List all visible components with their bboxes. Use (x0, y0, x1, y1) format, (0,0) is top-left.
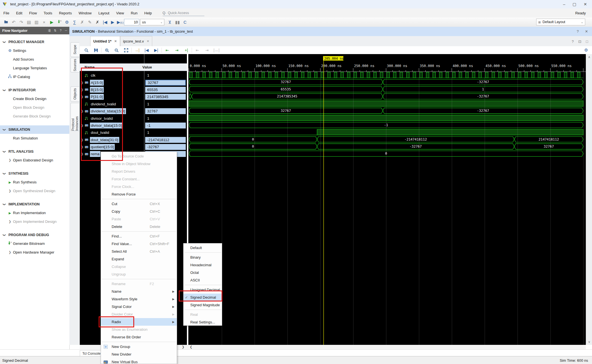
help-icon[interactable]: ? (60, 29, 61, 32)
flownav-item-generate-block-design[interactable]: Generate Block Design (0, 112, 69, 121)
flownav-item-open-elaborated-design[interactable]: ❯Open Elaborated Design (0, 156, 69, 165)
vertical-scrollbar[interactable]: ∧ ∨ (586, 54, 592, 345)
signal-value-dout-tvalid[interactable]: 1 (144, 129, 187, 136)
marker-span-icon[interactable]: |↔| (212, 48, 221, 52)
signal-value-a-15-0[interactable]: 32767 (144, 79, 187, 86)
menu-item-new-group[interactable]: New Group (101, 343, 177, 350)
run-time-input[interactable] (124, 19, 139, 25)
flownav-item-open-hardware-manager[interactable]: ❯Open Hardware Manager (0, 248, 69, 257)
flownav-section-rtl-analysis[interactable]: ❯RTL ANALYSIS (0, 147, 69, 156)
undo-icon[interactable]: ↶ (10, 20, 17, 25)
expand-window-icon[interactable]: □ (586, 39, 588, 44)
close-button[interactable]: ✕ (584, 2, 587, 6)
radix-item-hexadecimal[interactable]: Hexadecimal (184, 261, 222, 269)
relaunch-icon[interactable]: C (181, 20, 189, 25)
swap-right-icon[interactable]: ⇥ (202, 48, 212, 52)
run-for-icon[interactable]: ▶₍ₜ₎ (116, 20, 124, 25)
radix-item-octal[interactable]: Octal (184, 269, 222, 276)
menu-window[interactable]: Window (75, 11, 95, 15)
menu-item-waveform-style[interactable]: Waveform Style▶ (101, 295, 177, 303)
expand-all-icon[interactable]: ⇅ (54, 29, 56, 32)
run-all-icon[interactable]: ▶ (109, 20, 116, 25)
step-icon[interactable]: ⊻ (166, 20, 174, 25)
add-marker-icon[interactable]: +| (182, 48, 191, 52)
close-icon[interactable]: ✕ (147, 39, 149, 43)
next-transition-icon[interactable]: ⇥ (172, 48, 182, 52)
menu-view[interactable]: View (113, 11, 127, 15)
waveform-canvas[interactable]: 32767-327676553512147385345-3276732767-3… (188, 54, 586, 345)
layout-select[interactable]: ▦ Default Layout⌄ (536, 19, 585, 25)
flownav-item-run-simulation[interactable]: Run Simulation (0, 134, 69, 143)
menu-item-find-value[interactable]: Find Value...Ctrl+Shift+F (101, 240, 177, 248)
expander-icon[interactable]: ❯ (80, 81, 84, 84)
flownav-item-language-templates[interactable]: Language Templates (0, 64, 69, 72)
flownav-item-settings[interactable]: ⚙Settings (0, 46, 69, 55)
signal-value-dividend-tdata-15-0[interactable]: 32767 (144, 108, 187, 115)
side-tab-sources[interactable]: Sources (70, 58, 79, 72)
open-project-icon[interactable] (2, 20, 10, 25)
float-window-icon[interactable]: ⊡ (578, 39, 581, 44)
scroll-down-icon[interactable]: ∨ (586, 340, 592, 344)
signal-value-divisor-tdata-15-0[interactable]: -1 (144, 122, 187, 129)
flownav-section-ip-integrator[interactable]: ❯IP INTEGRATOR (0, 86, 69, 94)
name-column-header[interactable]: Name (80, 65, 139, 69)
menu-help[interactable]: Help (141, 11, 155, 15)
swap-left-icon[interactable]: ⇤ (193, 48, 202, 52)
prev-transition-icon[interactable]: ⇤ (162, 48, 172, 52)
menu-file[interactable]: File (0, 11, 13, 15)
menu-item-reverse-bit-order[interactable]: Reverse Bit Order (101, 333, 177, 341)
signal-value-dividend-tvalid[interactable]: 1 (144, 101, 187, 108)
pause-icon[interactable]: ▮▮ (174, 20, 181, 25)
breakpoint-icon[interactable]: ✗ (78, 20, 86, 25)
flownav-section-implementation[interactable]: ❯IMPLEMENTATION (0, 200, 69, 208)
zoom-out-icon[interactable] (112, 48, 121, 52)
scroll-right-icon[interactable]: ❯ (182, 345, 184, 349)
signal-value-clk[interactable]: 1 (144, 72, 187, 79)
help-icon[interactable]: ? (572, 39, 574, 44)
scroll-up-icon[interactable]: ∧ (586, 55, 592, 59)
menu-tools[interactable]: Tools (40, 11, 56, 15)
menu-layout[interactable]: Layout (95, 11, 113, 15)
collapse-all-icon[interactable]: ⇶ (48, 29, 50, 32)
expander-icon[interactable]: ❯ (80, 95, 84, 98)
paste-icon[interactable]: ▥ (33, 20, 40, 25)
zoom-in-icon[interactable] (102, 48, 112, 52)
go-to-start-icon[interactable]: |◀ (142, 48, 151, 52)
signal-value-quotient-15-0[interactable]: -32767 (144, 143, 187, 150)
delete-icon[interactable]: × (40, 20, 48, 25)
menu-flow[interactable]: Flow (26, 11, 40, 15)
run-steps-icon[interactable]: 01 (56, 20, 63, 25)
radix-item-signed-decimal[interactable]: ✓Signed Decimal (184, 294, 222, 301)
run-icon[interactable]: ▶ (48, 20, 56, 25)
minimize-button[interactable]: – (563, 2, 565, 6)
side-tab-scope[interactable]: Scope (70, 42, 79, 57)
quick-access-search[interactable]: Q- Quick Access (163, 10, 204, 16)
tab-untitled-1[interactable]: Untitled 1*✕ (90, 36, 120, 46)
scroll-left-icon[interactable]: ❮ (190, 345, 192, 349)
signal-value-b-15-0[interactable]: 65535 (144, 86, 187, 93)
go-to-cursor-icon[interactable]: →| (132, 48, 142, 52)
signal-value-divisor-tvalid[interactable]: 1 (144, 115, 187, 122)
flownav-section-program-and-debug[interactable]: ❯PROGRAM AND DEBUG (0, 231, 69, 239)
maximize-button[interactable]: ▢ (573, 2, 576, 6)
cancel-icon[interactable]: ✗ (94, 20, 101, 25)
go-to-end-icon[interactable]: ▶| (151, 48, 161, 52)
side-tab-protocol-instances[interactable]: Protocol Instances (70, 103, 79, 131)
tab-ipcore-test[interactable]: ipcore_test.v✕ (120, 36, 153, 46)
expander-icon[interactable]: ❯ (80, 138, 84, 141)
time-unit-select[interactable]: us⌄ (140, 19, 164, 25)
zoom-fit-icon[interactable] (121, 48, 131, 52)
expander-icon[interactable]: ❯ (80, 152, 84, 156)
flownav-item-run-implementation[interactable]: ▶Run Implementation (0, 208, 69, 217)
flownav-section-project-manager[interactable]: ❯PROJECT MANAGER (0, 38, 69, 46)
close-icon[interactable]: ✕ (114, 39, 117, 43)
menu-item-select-all[interactable]: Select AllCtrl+A (101, 248, 177, 255)
menu-item-expand[interactable]: Expand (101, 255, 177, 263)
flownav-item-create-block-design[interactable]: Create Block Design (0, 94, 69, 103)
flownav-item-open-block-design[interactable]: Open Block Design (0, 103, 69, 112)
menu-reports[interactable]: Reports (56, 11, 75, 15)
minimize-panel-icon[interactable]: ─ (65, 29, 67, 32)
menu-item-copy[interactable]: CopyCtrl+C (101, 208, 177, 215)
menu-item-new-virtual-bus[interactable]: New Virtual Bus (101, 358, 177, 364)
menu-item-signal-color[interactable]: Signal Color▶ (101, 303, 177, 310)
